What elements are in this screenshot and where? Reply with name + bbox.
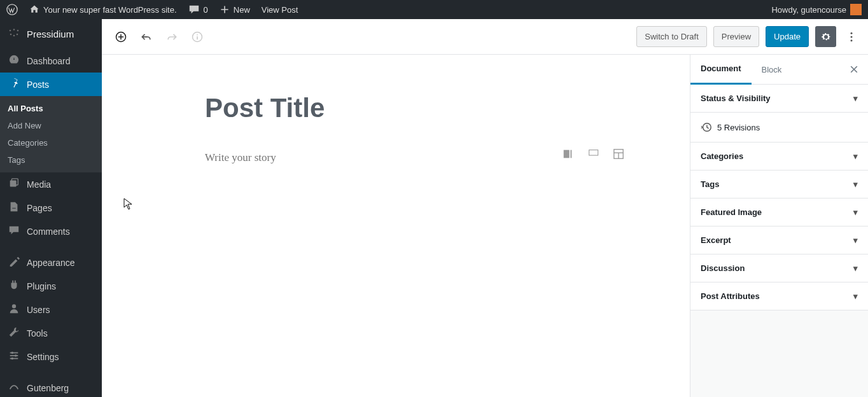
layout-full-icon[interactable]: [612, 148, 625, 160]
settings-toggle-button[interactable]: [815, 26, 836, 47]
menu-posts-label: Posts: [27, 80, 49, 90]
menu-dashboard[interactable]: Dashboard: [0, 49, 102, 73]
brand-item[interactable]: Pressidium: [0, 19, 102, 49]
gutenberg-icon: [8, 381, 20, 394]
submenu-categories[interactable]: Categories: [0, 134, 102, 151]
tab-block[interactable]: Block: [752, 55, 792, 85]
chevron-down-icon: ▾: [853, 151, 858, 161]
submenu-add-new[interactable]: Add New: [0, 117, 102, 134]
comment-icon: [188, 4, 200, 15]
admin-sidebar: Pressidium Dashboard Posts All Posts Add…: [0, 19, 102, 397]
plus-icon: [220, 4, 230, 15]
post-title-wrap: [205, 93, 587, 123]
menu-pages[interactable]: Pages: [0, 196, 102, 219]
submenu-all-posts[interactable]: All Posts: [0, 100, 102, 117]
chevron-down-icon: ▾: [853, 235, 858, 245]
svg-point-19: [197, 34, 198, 35]
svg-point-1: [10, 30, 11, 32]
panel-excerpt[interactable]: Excerpt▾: [690, 226, 868, 254]
menu-users[interactable]: Users: [0, 298, 102, 321]
info-button[interactable]: [186, 25, 209, 48]
redo-button[interactable]: [160, 25, 183, 48]
howdy-link[interactable]: Howdy, gutencourse: [771, 4, 862, 15]
panel-status[interactable]: Status & Visibility▾: [690, 85, 868, 113]
chevron-down-icon: ▾: [853, 94, 858, 103]
svg-rect-9: [12, 208, 15, 209]
svg-rect-26: [589, 150, 598, 155]
admin-bar-left: Your new super fast WordPress site. 0 Ne…: [6, 4, 298, 15]
svg-point-4: [10, 34, 12, 36]
svg-rect-7: [10, 181, 17, 187]
undo-button[interactable]: [135, 25, 158, 48]
layout-wide-icon[interactable]: [587, 148, 599, 160]
svg-point-10: [12, 304, 16, 308]
menu-gutenberg[interactable]: Gutenberg: [0, 376, 102, 397]
menu-appearance[interactable]: Appearance: [0, 251, 102, 274]
panel-attributes[interactable]: Post Attributes▾: [690, 282, 868, 310]
menu-comments[interactable]: Comments: [0, 219, 102, 243]
menu-dashboard-label: Dashboard: [27, 56, 71, 66]
tools-icon: [8, 326, 20, 340]
menu-pages-label: Pages: [27, 203, 52, 213]
dashboard-icon: [8, 54, 20, 67]
svg-point-2: [13, 29, 15, 31]
menu-plugins[interactable]: Plugins: [0, 274, 102, 298]
editor-canvas[interactable]: [102, 55, 690, 397]
svg-point-6: [17, 34, 18, 36]
menu-plugins-label: Plugins: [27, 281, 56, 291]
svg-point-22: [851, 36, 853, 38]
settings-tabs: Document Block: [690, 55, 868, 85]
comments-link[interactable]: 0: [188, 4, 208, 15]
settings-icon: [8, 350, 20, 363]
close-settings-button[interactable]: [846, 62, 862, 77]
svg-point-21: [851, 32, 853, 34]
switch-to-draft-button[interactable]: Switch to Draft: [636, 26, 707, 47]
menu-tools-label: Tools: [27, 328, 48, 338]
appearance-icon: [8, 256, 20, 269]
admin-bar: Your new super fast WordPress site. 0 Ne…: [0, 0, 868, 19]
more-menu-button[interactable]: [843, 25, 860, 48]
submenu-tags[interactable]: Tags: [0, 151, 102, 169]
editor: Switch to Draft Preview Update: [102, 19, 868, 397]
close-icon: [849, 64, 859, 74]
menu-media[interactable]: Media: [0, 172, 102, 196]
panel-discussion[interactable]: Discussion▾: [690, 254, 868, 282]
panel-revisions[interactable]: 5 Revisions: [690, 113, 868, 143]
site-name: Your new super fast WordPress site.: [43, 5, 177, 15]
svg-point-15: [15, 354, 17, 357]
layout-stack-icon[interactable]: [561, 148, 574, 160]
plugin-icon: [8, 279, 20, 293]
editor-header: Switch to Draft Preview Update: [102, 19, 868, 55]
add-block-button[interactable]: [109, 25, 132, 48]
update-button[interactable]: Update: [766, 26, 809, 47]
new-label: New: [234, 5, 250, 15]
wp-logo[interactable]: [6, 4, 18, 15]
chevron-down-icon: ▾: [853, 291, 858, 301]
svg-point-16: [11, 358, 14, 360]
svg-point-5: [13, 35, 15, 37]
menu-users-label: Users: [27, 305, 50, 315]
pin-icon: [8, 78, 20, 91]
svg-point-14: [11, 352, 14, 354]
panel-tags[interactable]: Tags▾: [690, 171, 868, 198]
paragraph-block[interactable]: [205, 151, 587, 164]
paragraph-input[interactable]: [205, 151, 587, 164]
preview-button[interactable]: Preview: [713, 26, 759, 47]
site-link[interactable]: Your new super fast WordPress site.: [29, 4, 177, 15]
view-post-link[interactable]: View Post: [262, 5, 298, 15]
panel-categories[interactable]: Categories▾: [690, 143, 868, 171]
editor-body: Document Block Status & Visibility▾ 5 Re…: [102, 55, 868, 397]
svg-point-3: [17, 30, 19, 32]
brand-icon: [8, 27, 20, 41]
panel-featured[interactable]: Featured Image▾: [690, 198, 868, 226]
comments-count: 0: [204, 5, 208, 15]
menu-posts[interactable]: Posts: [0, 73, 102, 96]
tab-document[interactable]: Document: [690, 55, 752, 85]
post-title-input[interactable]: [205, 93, 587, 123]
new-link[interactable]: New: [220, 4, 250, 15]
svg-rect-20: [197, 36, 198, 39]
menu-tools[interactable]: Tools: [0, 321, 102, 345]
menu-settings[interactable]: Settings: [0, 345, 102, 368]
gear-icon: [820, 31, 832, 43]
menu-comments-label: Comments: [27, 226, 70, 237]
